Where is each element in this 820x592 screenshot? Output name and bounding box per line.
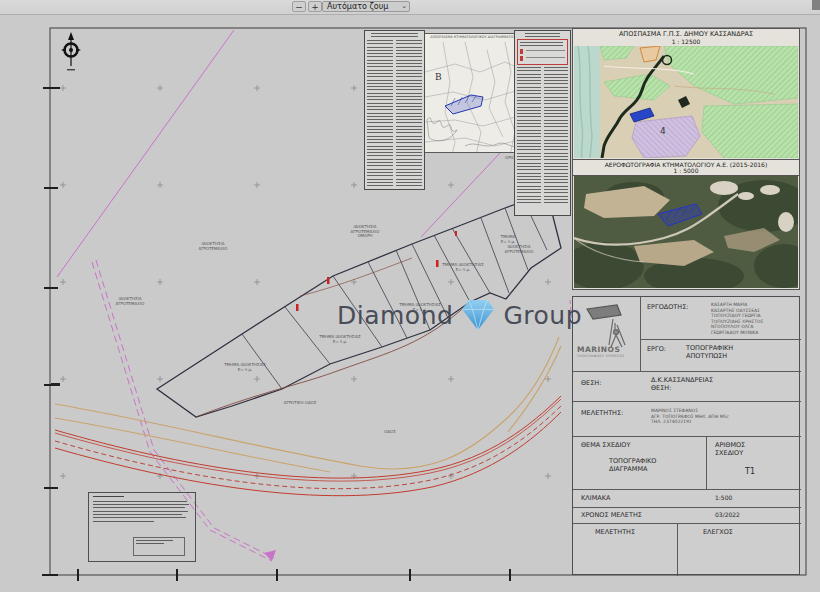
road-lines	[55, 396, 561, 496]
employer-label: ΕΡΓΟΔΟΤΗΣ:	[647, 303, 688, 311]
inset-block-label: B	[435, 72, 442, 82]
parcel-label: ΙΔΙΟΚΤΗΣΙΑΑΓΡΟΤΕΜΑΧΙΟ	[199, 242, 228, 251]
legend-label	[526, 57, 565, 61]
number-value: Τ1	[745, 467, 755, 476]
coordinate-table-right	[514, 30, 571, 216]
zoom-in-button[interactable]: +	[308, 1, 322, 12]
gps-zone-number: 4	[660, 126, 666, 136]
gps-extract-scale: 1 : 12500	[573, 39, 799, 45]
subject-label: ΘΕΜΑ ΣΧΕΔΙΟΥ	[581, 441, 630, 449]
frame-mark	[51, 383, 60, 386]
study-date-value: 03/2022	[715, 511, 740, 518]
subject-value: ΤΟΠΟΓΡΑΦΙΚΟ ΔΙΑΓΡΑΜΜΑ	[609, 457, 657, 473]
legend-symbol-red	[520, 49, 523, 54]
parcel-label: ΙΔΙΟΚΤΗΣΙΑΑΓΡΟΤΕΜΑΧΙΟΟΜΟΡΗ	[351, 225, 380, 239]
watermark: Diamond Group	[337, 299, 582, 331]
location-label: ΘΕΣΗ:	[581, 379, 601, 387]
window-edge-artifact	[812, 0, 820, 10]
scale-label: ΚΛΙΜΑΚΑ	[581, 494, 610, 502]
coordinate-column	[544, 67, 568, 205]
employer-names: ΚΑΣΑΡΤΗ ΜΑΡΙΑΚΑΣΑΡΤΗΣ ΟΔΥΣΣΕΑΣΤΟΠΟΥΖΙΔΟΥ…	[711, 302, 797, 336]
project-label: ΕΡΓΟ:	[647, 345, 666, 353]
watermark-word-left: Diamond	[337, 301, 453, 330]
coordinate-column	[396, 40, 422, 186]
surveyor-label: ΜΕΛΕΤΗΤΗΣ:	[581, 409, 623, 417]
designer-signature-label: ΜΕΛΕΤΗΤΗΣ	[595, 528, 635, 536]
chevron-down-icon: ⌄	[401, 1, 407, 11]
coordinate-table-left	[364, 30, 425, 190]
north-arrow-icon	[61, 32, 81, 70]
reference-maps-panel: ΑΠΟΣΠΑΣΜΑ Γ.Π.Σ. ΔΗΜΟΥ ΚΑΣΣΑΝΔΡΑΣ 1 : 12…	[572, 28, 800, 290]
study-date-label: ΧΡΟΝΟΣ ΜΕΛΕΤΗΣ	[581, 511, 642, 519]
coordinate-column	[517, 67, 541, 205]
aerial-photo	[574, 176, 798, 288]
watermark-word-right: Group	[503, 301, 582, 330]
aerial-caption: ΑΕΡΟΦΩΤΟΓΡΑΦΙΑ ΚΤΗΜΑΤΟΛΟΓΙΟΥ Α.Ε. (2015-…	[573, 159, 799, 176]
parcel-label: ΙΔΙΟΚΤΗΣΙΑΑΓΡΟΤΕΜΑΧΙΟ	[505, 245, 534, 254]
parcel-label: ΤΜΗΜΑΕ= τ.μ.	[500, 235, 515, 244]
legend-box	[517, 39, 568, 65]
parcel-label: ΤΜΗΜΑ ΙΔΙΟΚΤΗΣΙΑΣΕ= τ.μ.	[224, 363, 266, 372]
surveyor-logo-icon	[573, 299, 640, 349]
parcel-label: ΑΓΡΟΤΙΚΗ ΟΔΟΣ	[284, 401, 317, 406]
cadastral-inset-drawing	[425, 42, 519, 153]
parcel-label: ΤΜΗΜΑ ΙΔΙΟΚΤΗΣΙΑΣΕ= τ.μ.	[319, 335, 361, 344]
logo-subtext: ΤΟΠΟΓΡΑΦΙΚΕΣ ΥΠΗΡΕΣΙΕΣ	[577, 354, 625, 358]
surveyor-info: ΜΑΡΙΝΟΣ ΣΤΕΦΑΝΟΣΑΓΡ. ΤΟΠΟΓΡΑΦΟΣ ΜΗΧ. ΑΠΘ…	[651, 408, 791, 425]
notes-box	[88, 492, 196, 562]
notes-heading	[93, 496, 124, 497]
parcel-label: ΤΜΗΜΑ ΙΔΙΟΚΤΗΣΙΑΣΕ= τ.μ.	[442, 263, 484, 272]
scale-value: 1:500	[715, 494, 732, 501]
zoom-out-button[interactable]: −	[292, 1, 306, 12]
cadastral-inset-title: ΑΠΟΣΠΑΣΜΑ ΚΤΗΜΑΤΟΛΟΓΙΚΟΥ ΔΙΑΓΡΑΜΜΑΤΟΣ	[427, 35, 519, 39]
legend-symbol-red	[520, 56, 523, 61]
gps-landuse-map: 4	[574, 46, 798, 158]
number-label: ΑΡΙΘΜΟΣ ΣΧΕΔΙΟΥ	[715, 441, 745, 457]
logo-cell: MARINOS ΤΟΠΟΓΡΑΦΙΚΕΣ ΥΠΗΡΕΣΙΕΣ	[573, 297, 640, 371]
notes-signature-box	[133, 537, 185, 556]
zoom-mode-label: Αυτόματο ζουμ	[327, 2, 388, 11]
pdf-viewer-toolbar: − + Αυτόματο ζουμ ⌄	[0, 0, 820, 15]
logo-text: MARINOS	[577, 345, 625, 354]
parcel-label: ΟΔΟΣ	[384, 430, 396, 435]
cadastral-inset-map: ΑΠΟΣΠΑΣΜΑ ΚΤΗΜΑΤΟΛΟΓΙΚΟΥ ΔΙΑΓΡΑΜΜΑΤΟΣ B	[424, 33, 520, 153]
title-block: MARINOS ΤΟΠΟΓΡΑΦΙΚΕΣ ΥΠΗΡΕΣΙΕΣ ΕΡΓΟΔΟΤΗΣ…	[572, 296, 800, 575]
diamond-icon	[461, 299, 495, 331]
coordinate-column	[367, 40, 393, 186]
legend-label	[526, 50, 565, 54]
check-signature-label: ΕΛΕΓΧΟΣ	[703, 528, 733, 536]
subject-parcel-highlight	[445, 95, 483, 114]
zoom-mode-select[interactable]: Αυτόματο ζουμ ⌄	[322, 1, 410, 12]
location-value: Δ.Κ.ΚΑΣΣΑΝΔΡΕΙΑΣ ΘΕΣΗ:	[651, 376, 713, 392]
parcel-label: ΙΔΙΟΚΤΗΣΙΑΑΓΡΟΤΕΜΑΧΙΟ	[116, 297, 145, 306]
project-value: ΤΟΠΟΓΡΑΦΙΚΗ ΑΠΟΤΥΠΩΣΗ	[686, 344, 733, 360]
